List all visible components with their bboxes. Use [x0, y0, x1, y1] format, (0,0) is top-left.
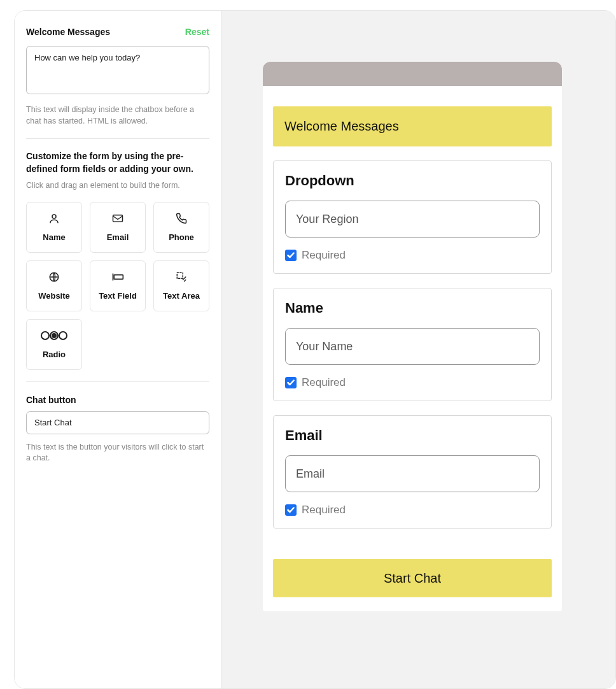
required-checkbox[interactable] [285, 504, 297, 516]
welcome-message-textarea[interactable] [26, 46, 209, 94]
field-palette: Name Email Phone Website [26, 202, 209, 370]
customize-help-text: Click and drag an element to build the f… [26, 180, 209, 192]
divider [26, 138, 209, 139]
field-title: Dropdown [285, 173, 540, 189]
welcome-heading: Welcome Messages [26, 27, 110, 37]
required-label: Required [302, 249, 346, 262]
field-title: Name [285, 300, 540, 316]
start-chat-button[interactable]: Start Chat [273, 559, 552, 597]
required-label: Required [302, 376, 346, 389]
palette-label: Name [43, 232, 65, 242]
palette-label: Text Field [99, 291, 137, 301]
palette-item-phone[interactable]: Phone [153, 202, 209, 253]
name-input[interactable]: Your Name [285, 328, 540, 365]
svg-point-0 [52, 215, 56, 218]
svg-rect-1 [113, 215, 123, 222]
required-checkbox[interactable] [285, 250, 297, 261]
palette-item-textfield[interactable]: Text Field [90, 260, 146, 311]
field-title: Email [285, 427, 540, 444]
chat-button-heading: Chat button [26, 395, 209, 405]
required-row: Required [285, 249, 540, 262]
globe-icon [48, 271, 60, 283]
app-shell: Welcome Messages Reset This text will di… [14, 10, 616, 689]
required-label: Required [302, 504, 346, 516]
svg-point-4 [41, 332, 49, 339]
welcome-banner: Welcome Messages [273, 106, 552, 146]
palette-item-radio[interactable]: Radio [26, 319, 82, 370]
form-field-email[interactable]: Email Email Required [273, 415, 552, 529]
chat-button-help: This text is the button your visitors wi… [26, 442, 209, 464]
palette-label: Phone [169, 232, 194, 242]
person-icon [48, 212, 60, 225]
form-field-name[interactable]: Name Your Name Required [273, 288, 552, 401]
required-row: Required [285, 504, 540, 516]
palette-item-website[interactable]: Website [26, 260, 82, 311]
radio-icon [40, 329, 68, 342]
welcome-section-header: Welcome Messages Reset [26, 27, 209, 37]
svg-rect-3 [114, 275, 123, 280]
textarea-icon [175, 271, 188, 283]
customize-heading: Customize the form by using the pre-defi… [26, 150, 209, 175]
form-field-dropdown[interactable]: Dropdown Your Region Required [273, 160, 552, 274]
chat-header-strip [263, 62, 562, 86]
required-row: Required [285, 376, 540, 389]
chat-body: Welcome Messages Dropdown Your Region Re… [263, 86, 562, 611]
textfield-icon [111, 271, 124, 283]
chat-widget-preview: Welcome Messages Dropdown Your Region Re… [263, 62, 562, 611]
welcome-help-text: This text will display inside the chatbo… [26, 104, 209, 127]
svg-point-6 [52, 334, 56, 337]
chat-button-input[interactable] [26, 411, 209, 434]
divider [26, 381, 209, 382]
email-input[interactable]: Email [285, 455, 540, 492]
palette-label: Text Area [163, 291, 200, 301]
mail-icon [111, 212, 124, 225]
palette-item-name[interactable]: Name [26, 202, 82, 253]
phone-icon [175, 212, 188, 225]
palette-label: Radio [43, 350, 66, 359]
svg-point-7 [59, 332, 67, 339]
palette-label: Website [38, 291, 70, 301]
reset-button[interactable]: Reset [185, 27, 209, 37]
palette-item-email[interactable]: Email [90, 202, 146, 253]
required-checkbox[interactable] [285, 377, 297, 388]
palette-label: Email [107, 232, 129, 242]
dropdown-input[interactable]: Your Region [285, 201, 540, 238]
settings-sidebar: Welcome Messages Reset This text will di… [15, 11, 221, 688]
preview-pane: Welcome Messages Dropdown Your Region Re… [221, 11, 615, 688]
palette-item-textarea[interactable]: Text Area [153, 260, 209, 311]
